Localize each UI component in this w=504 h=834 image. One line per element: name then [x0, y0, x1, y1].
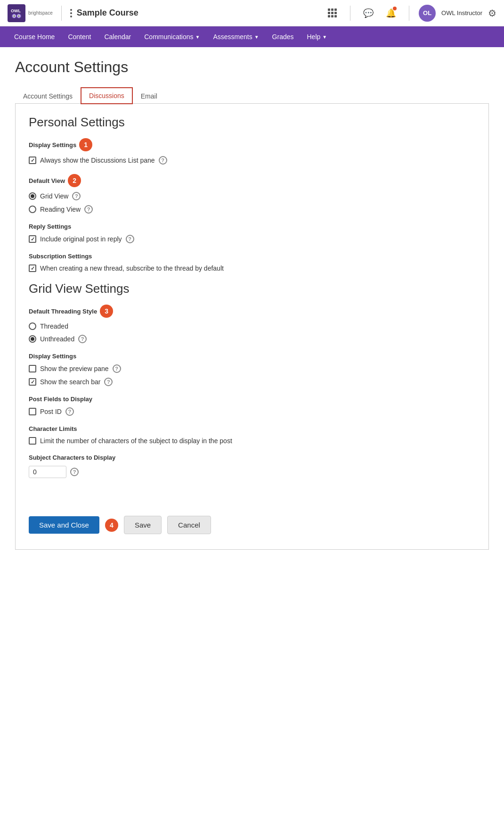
- nav-course-home[interactable]: Course Home: [8, 26, 61, 47]
- reading-view-radio[interactable]: [29, 206, 36, 213]
- search-bar-help-icon[interactable]: ?: [104, 378, 113, 386]
- grid-view-radio[interactable]: [29, 192, 36, 200]
- include-original-row: Include original post in reply ?: [29, 235, 475, 243]
- grid-display-settings-group: Display Settings Show the preview pane ?…: [29, 353, 475, 386]
- include-original-help-icon[interactable]: ?: [126, 235, 134, 243]
- badge-1: 1: [79, 138, 92, 151]
- subject-chars-label: Subject Characters to Display: [29, 454, 475, 461]
- show-preview-pane-row: Show the preview pane ?: [29, 364, 475, 373]
- grid-view-label: Grid View: [40, 192, 68, 200]
- limit-chars-label: Limit the number of characters of the su…: [40, 437, 232, 445]
- nav-assessments[interactable]: Assessments▼: [206, 26, 265, 47]
- divider: [350, 6, 350, 21]
- post-id-checkbox[interactable]: [29, 408, 36, 415]
- chevron-down-icon: ▼: [195, 34, 200, 40]
- logo-text: brightspace: [28, 10, 53, 16]
- reply-settings-label: Reply Settings: [29, 223, 475, 230]
- show-preview-pane-checkbox[interactable]: [29, 365, 36, 372]
- show-search-bar-checkbox[interactable]: [29, 378, 36, 386]
- subscription-settings-label: Subscription Settings: [29, 253, 475, 260]
- badge-2: 2: [68, 174, 81, 187]
- top-bar: OWL brightspace Sample Course 💬 🔔: [0, 0, 504, 26]
- threaded-row: Threaded: [29, 322, 475, 330]
- nav-communications[interactable]: Communications▼: [138, 26, 206, 47]
- always-show-discussions-label: Always show the Discussions List pane: [40, 157, 155, 164]
- show-preview-pane-label: Show the preview pane: [40, 365, 109, 372]
- grid-view-row: Grid View ?: [29, 192, 475, 200]
- unthreaded-radio[interactable]: [29, 335, 36, 343]
- spacer: [29, 487, 475, 506]
- top-bar-right: 💬 🔔 OL OWL Instructor ⚙: [324, 5, 496, 22]
- top-bar-left: OWL brightspace Sample Course: [8, 4, 138, 22]
- subscription-settings-group: Subscription Settings When creating a ne…: [29, 253, 475, 272]
- tab-bar: Account Settings Discussions Email: [15, 87, 489, 104]
- always-show-discussions-row: Always show the Discussions List pane ?: [29, 156, 475, 165]
- always-show-help-icon[interactable]: ?: [159, 156, 167, 165]
- nav-grades[interactable]: Grades: [266, 26, 301, 47]
- subscribe-thread-checkbox[interactable]: [29, 264, 36, 272]
- cancel-button[interactable]: Cancel: [167, 516, 211, 534]
- char-limits-group: Character Limits Limit the number of cha…: [29, 425, 475, 445]
- chevron-down-icon: ▼: [254, 34, 259, 40]
- preview-pane-help-icon[interactable]: ?: [113, 364, 121, 373]
- tab-email[interactable]: Email: [133, 88, 165, 104]
- subscribe-thread-label: When creating a new thread, subscribe to…: [40, 264, 224, 272]
- tab-discussions[interactable]: Discussions: [81, 87, 133, 104]
- reading-view-help-icon[interactable]: ?: [84, 205, 93, 214]
- show-search-bar-label: Show the search bar: [40, 378, 100, 386]
- subject-chars-row: ?: [29, 466, 475, 478]
- nav-content[interactable]: Content: [61, 26, 98, 47]
- subject-chars-help-icon[interactable]: ?: [70, 468, 79, 476]
- subject-chars-input[interactable]: [29, 466, 66, 478]
- chat-icon[interactable]: 💬: [360, 5, 377, 22]
- user-name[interactable]: OWL Instructor: [441, 9, 482, 17]
- char-limits-label: Character Limits: [29, 425, 475, 432]
- display-settings-label: Display Settings 1: [29, 138, 475, 151]
- post-id-label: Post ID: [40, 408, 62, 415]
- bell-icon[interactable]: 🔔: [382, 5, 399, 22]
- action-bar: Save and Close 4 Save Cancel: [29, 506, 475, 538]
- save-and-close-button[interactable]: Save and Close: [29, 516, 99, 534]
- always-show-discussions-checkbox[interactable]: [29, 157, 36, 164]
- personal-settings-title: Personal Settings: [29, 115, 475, 130]
- drag-handle-icon[interactable]: [70, 9, 72, 17]
- post-fields-group: Post Fields to Display Post ID ?: [29, 396, 475, 416]
- nav-help[interactable]: Help▼: [301, 26, 334, 47]
- limit-chars-row: Limit the number of characters of the su…: [29, 437, 475, 445]
- post-id-row: Post ID ?: [29, 407, 475, 416]
- unthreaded-label: Unthreaded: [40, 335, 74, 343]
- svg-text:OWL: OWL: [11, 8, 21, 13]
- subscribe-thread-row: When creating a new thread, subscribe to…: [29, 264, 475, 272]
- grid-view-settings-title: Grid View Settings: [29, 281, 475, 296]
- grid-view-help-icon[interactable]: ?: [72, 192, 81, 200]
- settings-panel: Personal Settings Display Settings 1 Alw…: [15, 104, 489, 550]
- post-fields-label: Post Fields to Display: [29, 396, 475, 403]
- threaded-radio[interactable]: [29, 322, 36, 330]
- owl-logo[interactable]: OWL brightspace: [8, 4, 53, 22]
- show-search-bar-row: Show the search bar ?: [29, 378, 475, 386]
- chevron-down-icon: ▼: [322, 34, 327, 40]
- top-bar-divider: [61, 6, 62, 21]
- divider2: [409, 6, 409, 21]
- avatar[interactable]: OL: [419, 5, 436, 22]
- page-title: Account Settings: [15, 58, 489, 76]
- include-original-checkbox[interactable]: [29, 235, 36, 243]
- course-title: Sample Course: [77, 8, 138, 18]
- include-original-label: Include original post in reply: [40, 235, 122, 243]
- owl-logo-icon: OWL: [8, 4, 25, 22]
- subject-chars-group: Subject Characters to Display ?: [29, 454, 475, 478]
- badge-3: 3: [100, 305, 113, 318]
- display-settings-group: Display Settings 1 Always show the Discu…: [29, 138, 475, 165]
- save-button[interactable]: Save: [124, 516, 162, 534]
- apps-icon[interactable]: [324, 5, 341, 22]
- threaded-label: Threaded: [40, 322, 68, 330]
- limit-chars-checkbox[interactable]: [29, 437, 36, 445]
- unthreaded-help-icon[interactable]: ?: [78, 335, 87, 343]
- nav-calendar[interactable]: Calendar: [98, 26, 138, 47]
- tab-account-settings[interactable]: Account Settings: [15, 88, 81, 104]
- svg-point-7: [18, 15, 20, 17]
- nav-bar: Course Home Content Calendar Communicati…: [0, 26, 504, 47]
- gear-icon[interactable]: ⚙: [488, 8, 496, 19]
- post-id-help-icon[interactable]: ?: [65, 407, 74, 416]
- main-content: Account Settings Account Settings Discus…: [0, 47, 504, 834]
